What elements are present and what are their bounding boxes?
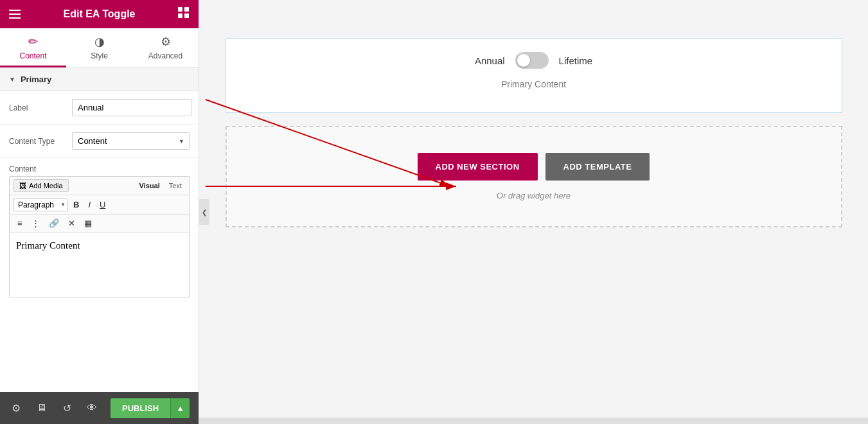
add-media-button[interactable]: 🖼 Add Media: [13, 179, 69, 192]
tab-style[interactable]: ◑ Style: [66, 28, 132, 67]
tab-content[interactable]: ✏ Content: [0, 28, 66, 67]
panel-footer: ⚙ 🖥 ↺ 👁 PUBLISH ▲: [0, 392, 199, 424]
svg-rect-3: [184, 13, 189, 18]
toggle-row: Annual Lifetime: [245, 52, 822, 69]
italic-button[interactable]: I: [84, 198, 94, 211]
ordered-list-btn[interactable]: ⋮: [28, 216, 44, 230]
content-type-select-wrapper: Content Template: [72, 132, 190, 150]
toggle-right-label: Lifetime: [559, 55, 593, 66]
content-type-row: Content Type Content Template: [0, 125, 199, 158]
editor-format-row2: ≡ ⋮ 🔗 ✕ ▦: [10, 215, 189, 233]
text-view-btn[interactable]: Text: [166, 181, 185, 191]
tab-advanced-label: Advanced: [148, 51, 182, 60]
add-template-button[interactable]: ADD TEMPLATE: [545, 153, 650, 181]
dashed-drop-section: ADD NEW SECTION ADD TEMPLATE Or drag wid…: [226, 126, 842, 227]
primary-section-header[interactable]: ▼ Primary: [0, 68, 199, 91]
history-footer-btn[interactable]: ↺: [60, 400, 74, 417]
underline-button[interactable]: U: [96, 198, 109, 211]
content-tab-icon: ✏: [28, 35, 38, 49]
editor-toolbar-top: 🖼 Add Media Visual Text: [10, 177, 189, 195]
content-label-row: Content: [0, 158, 199, 176]
toggle-thumb: [517, 54, 530, 67]
add-media-label: Add Media: [29, 182, 63, 190]
content-field-label: Content: [9, 164, 36, 173]
horizontal-scrollbar[interactable]: [199, 418, 868, 424]
publish-button[interactable]: PUBLISH: [111, 398, 170, 418]
format-select-wrapper: Paragraph Heading 1 Heading 2: [13, 199, 68, 211]
table-btn[interactable]: ▦: [80, 216, 96, 230]
toggle-switch[interactable]: [515, 52, 549, 69]
hamburger-menu-icon[interactable]: [9, 10, 21, 19]
panel-body: ▼ Primary Label Content Type Content Tem…: [0, 68, 199, 392]
panel-tabs: ✏ Content ◑ Style ⚙ Advanced: [0, 28, 199, 68]
visual-view-btn[interactable]: Visual: [136, 181, 163, 191]
editor-content[interactable]: Primary Content: [10, 233, 189, 297]
svg-rect-1: [184, 7, 189, 12]
tab-content-label: Content: [19, 51, 46, 60]
primary-content-text: Primary Content: [501, 79, 566, 89]
advanced-tab-icon: ⚙: [161, 35, 171, 49]
link-btn[interactable]: 🔗: [45, 216, 63, 230]
panel-collapse-handle[interactable]: ❮: [199, 199, 209, 225]
section-collapse-arrow: ▼: [9, 76, 15, 83]
drag-widget-text: Or drag widget here: [497, 191, 571, 200]
svg-rect-0: [178, 7, 182, 12]
grid-apps-icon[interactable]: [178, 7, 190, 21]
panel-header: Edit EA Toggle: [0, 0, 199, 28]
add-new-section-button[interactable]: ADD NEW SECTION: [418, 153, 538, 181]
device-footer-btn[interactable]: 🖥: [34, 400, 49, 416]
panel-title: Edit EA Toggle: [64, 8, 136, 20]
publish-arrow-button[interactable]: ▲: [170, 398, 190, 418]
right-panel: ❮ Annual Lifetime Primary Content: [199, 0, 868, 424]
unordered-list-btn[interactable]: ≡: [13, 216, 26, 230]
remove-format-btn[interactable]: ✕: [64, 216, 79, 230]
canvas-area: Annual Lifetime Primary Content ADD NEW …: [199, 0, 868, 418]
label-input[interactable]: [72, 99, 191, 116]
primary-content-display: Primary Content: [245, 69, 822, 100]
toggle-left-label: Annual: [475, 55, 505, 66]
settings-footer-btn[interactable]: ⚙: [9, 400, 23, 417]
bold-button[interactable]: B: [69, 198, 83, 211]
content-type-label: Content Type: [9, 137, 67, 146]
left-panel: Edit EA Toggle ✏ Content ◑ Style ⚙ Advan…: [0, 0, 199, 424]
preview-footer-btn[interactable]: 👁: [84, 400, 100, 416]
tab-advanced[interactable]: ⚙ Advanced: [132, 28, 199, 67]
format-select[interactable]: Paragraph Heading 1 Heading 2: [13, 199, 68, 211]
editor-view-buttons: Visual Text: [136, 181, 185, 191]
style-tab-icon: ◑: [94, 35, 105, 49]
editor-area: 🖼 Add Media Visual Text Paragraph Headin…: [9, 176, 190, 297]
svg-rect-2: [178, 13, 182, 18]
label-field-label: Label: [9, 103, 67, 112]
toggle-track: [515, 52, 549, 69]
tab-style-label: Style: [91, 51, 108, 60]
add-media-icon: 🖼: [19, 182, 26, 190]
publish-button-group: PUBLISH ▲: [111, 398, 190, 418]
primary-section-label: Primary: [21, 75, 51, 84]
toggle-widget: Annual Lifetime Primary Content: [226, 39, 842, 113]
bottom-buttons: ADD NEW SECTION ADD TEMPLATE: [418, 153, 650, 181]
editor-toolbar-format: Paragraph Heading 1 Heading 2 B I U: [10, 195, 189, 215]
content-type-select[interactable]: Content Template: [72, 132, 190, 150]
collapse-arrow-icon: ❮: [202, 209, 207, 216]
editor-content-text: Primary Content: [16, 240, 80, 251]
label-field-row: Label: [0, 91, 199, 125]
